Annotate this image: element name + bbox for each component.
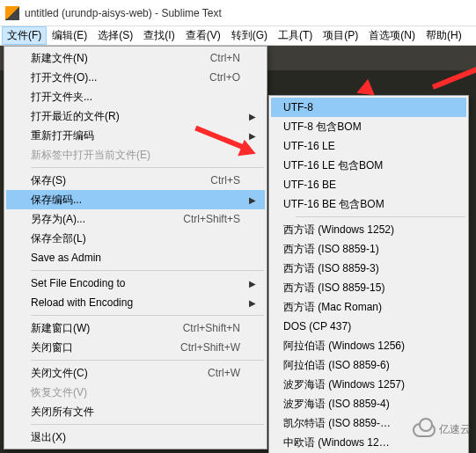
menu-item-label: 关闭所有文件	[31, 405, 240, 420]
menu-item-label: UTF-16 LE	[283, 140, 454, 152]
file-item-1[interactable]: 打开文件(O)...Ctrl+O	[6, 68, 265, 87]
enc-item-12[interactable]: DOS (CP 437)	[271, 317, 466, 336]
file-item-10[interactable]: 保存全部(L)	[6, 229, 265, 248]
menu-item-label: UTF-16 BE 包含BOM	[283, 197, 454, 212]
menu-item-label: UTF-16 LE 包含BOM	[283, 158, 454, 173]
file-item-16[interactable]: 新建窗口(W)Ctrl+Shift+N	[6, 318, 265, 338]
menu-item-label: 西方语 (ISO 8859-1)	[283, 242, 454, 257]
file-item-11[interactable]: Save as Admin	[6, 248, 265, 267]
menu-3[interactable]: 查找(I)	[138, 26, 179, 45]
menu-item-shortcut: Ctrl+Shift+W	[180, 341, 240, 354]
enc-item-2[interactable]: UTF-16 LE	[271, 136, 466, 156]
menu-5[interactable]: 转到(G)	[226, 26, 273, 45]
menu-item-label: 重新打开编码	[31, 128, 240, 143]
menu-2[interactable]: 选择(S)	[92, 26, 138, 45]
menu-item-label: 西方语 (Mac Roman)	[283, 300, 454, 315]
menu-item-shortcut: Ctrl+N	[210, 52, 240, 64]
menu-1[interactable]: 编辑(E)	[47, 26, 92, 45]
enc-item-3[interactable]: UTF-16 LE 包含BOM	[271, 156, 466, 175]
enc-item-1[interactable]: UTF-8 包含BOM	[271, 117, 466, 136]
menu-item-label: 西方语 (ISO 8859-3)	[283, 261, 454, 276]
menu-item-label: 关闭窗口	[31, 340, 163, 355]
separator	[31, 424, 264, 425]
menu-7[interactable]: 项目(P)	[318, 26, 363, 45]
menu-item-shortcut: Ctrl+Shift+S	[183, 213, 240, 225]
menu-item-label: 阿拉伯语 (Windows 1256)	[283, 339, 454, 354]
file-item-19[interactable]: 关闭文件(C)Ctrl+W	[6, 363, 265, 383]
menu-9[interactable]: 帮助(H)	[421, 26, 467, 45]
file-item-8[interactable]: 保存编码...▶	[6, 190, 265, 209]
menu-item-label: 打开文件夹...	[31, 90, 240, 105]
chevron-right-icon: ▶	[249, 279, 256, 289]
menu-item-label: Reload with Encoding	[31, 296, 240, 309]
enc-item-14[interactable]: 阿拉伯语 (ISO 8859-6)	[271, 355, 466, 375]
titlebar: untitled (urundp-aisys-web) - Sublime Te…	[0, 0, 476, 26]
menu-item-label: Save as Admin	[31, 252, 240, 264]
file-item-2[interactable]: 打开文件夹...	[6, 87, 265, 106]
menu-item-label: UTF-8	[283, 101, 454, 113]
separator	[31, 167, 264, 168]
separator	[31, 360, 264, 361]
enc-item-13[interactable]: 阿拉伯语 (Windows 1256)	[271, 336, 466, 355]
separator	[296, 216, 465, 217]
menu-item-label: 波罗海语 (Windows 1257)	[283, 377, 454, 392]
menu-item-label: 保存编码...	[31, 193, 240, 208]
menu-item-label: 新标签中打开当前文件(E)	[31, 148, 240, 163]
file-item-17[interactable]: 关闭窗口Ctrl+Shift+W	[6, 338, 265, 357]
enc-item-4[interactable]: UTF-16 BE	[271, 175, 466, 194]
menu-item-label: 另存为(A)...	[31, 212, 165, 227]
chevron-right-icon: ▶	[249, 131, 256, 141]
file-item-13[interactable]: Set File Encoding to▶	[6, 274, 265, 293]
menu-item-label: 新建文件(N)	[31, 51, 193, 66]
menu-item-shortcut: Ctrl+S	[210, 174, 240, 186]
menu-6[interactable]: 工具(T)	[273, 26, 318, 45]
enc-item-7[interactable]: 西方语 (Windows 1252)	[271, 220, 466, 239]
file-item-4[interactable]: 重新打开编码▶	[6, 126, 265, 145]
menu-item-label: 阿拉伯语 (ISO 8859-6)	[283, 358, 454, 373]
watermark-text: 亿速云	[439, 422, 471, 437]
file-item-23[interactable]: 退出(X)	[6, 427, 265, 447]
file-item-20: 恢复文件(V)	[6, 383, 265, 402]
menu-item-label: 关闭文件(C)	[31, 366, 190, 381]
enc-item-16[interactable]: 波罗海语 (ISO 8859-4)	[271, 394, 466, 413]
file-menu-dropdown: 新建文件(N)Ctrl+N打开文件(O)...Ctrl+O打开文件夹...打开最…	[4, 46, 267, 449]
watermark: 亿速云	[413, 422, 471, 437]
file-item-9[interactable]: 另存为(A)...Ctrl+Shift+S	[6, 209, 265, 229]
file-item-7[interactable]: 保存(S)Ctrl+S	[6, 171, 265, 190]
menu-item-label: 打开文件(O)...	[31, 70, 192, 85]
menu-item-label: UTF-16 BE	[283, 179, 454, 191]
menu-item-label: 保存(S)	[31, 173, 193, 188]
file-item-21[interactable]: 关闭所有文件	[6, 402, 265, 421]
menu-item-label: 打开最近的文件(R)	[31, 109, 240, 124]
menu-item-shortcut: Ctrl+Shift+N	[183, 322, 240, 334]
menubar: 文件(F)编辑(E)选择(S)查找(I)查看(V)转到(G)工具(T)项目(P)…	[0, 26, 476, 46]
enc-item-11[interactable]: 西方语 (Mac Roman)	[271, 297, 466, 317]
enc-item-0[interactable]: UTF-8	[271, 98, 466, 117]
menu-item-label: 中欧语 (Windows 12…	[283, 435, 454, 450]
cloud-icon	[413, 423, 436, 437]
chevron-right-icon: ▶	[249, 298, 256, 308]
enc-item-15[interactable]: 波罗海语 (Windows 1257)	[271, 375, 466, 394]
menu-item-shortcut: Ctrl+O	[209, 71, 240, 84]
menu-item-label: 恢复文件(V)	[31, 385, 240, 400]
menu-item-label: 波罗海语 (ISO 8859-4)	[283, 397, 454, 412]
enc-item-10[interactable]: 西方语 (ISO 8859-15)	[271, 278, 466, 297]
enc-item-8[interactable]: 西方语 (ISO 8859-1)	[271, 239, 466, 259]
encoding-submenu: UTF-8UTF-8 包含BOMUTF-16 LEUTF-16 LE 包含BOM…	[268, 95, 469, 453]
menu-item-shortcut: Ctrl+W	[208, 367, 240, 379]
enc-item-9[interactable]: 西方语 (ISO 8859-3)	[271, 259, 466, 278]
menu-item-label: Set File Encoding to	[31, 277, 240, 289]
separator	[31, 270, 264, 271]
enc-item-5[interactable]: UTF-16 BE 包含BOM	[271, 194, 466, 214]
menu-4[interactable]: 查看(V)	[180, 26, 226, 45]
menu-item-label: 新建窗口(W)	[31, 321, 165, 336]
file-item-3[interactable]: 打开最近的文件(R)▶	[6, 106, 265, 126]
menu-0[interactable]: 文件(F)	[2, 26, 47, 45]
menu-8[interactable]: 首选项(N)	[363, 26, 421, 45]
menu-item-label: 退出(X)	[31, 430, 240, 445]
file-item-5: 新标签中打开当前文件(E)	[6, 145, 265, 164]
chevron-right-icon: ▶	[249, 195, 256, 205]
file-item-14[interactable]: Reload with Encoding▶	[6, 293, 265, 312]
menu-item-label: 保存全部(L)	[31, 231, 240, 246]
file-item-0[interactable]: 新建文件(N)Ctrl+N	[6, 48, 265, 68]
